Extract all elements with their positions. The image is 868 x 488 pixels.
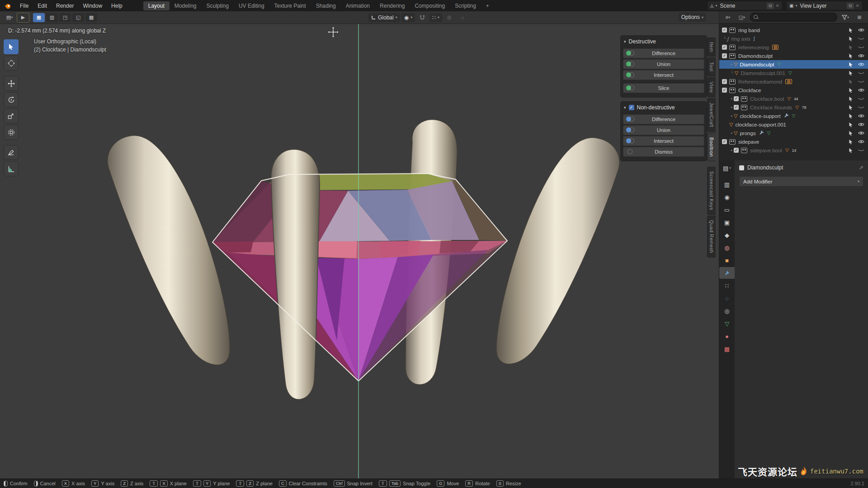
bool-slice-button[interactable]: Slice — [623, 83, 704, 93]
sidebar-tab-jewelcraft[interactable]: JewelCraft — [707, 98, 716, 132]
sidebar-tab-view[interactable]: View — [707, 77, 716, 98]
collection-checkbox[interactable]: ✓ — [722, 79, 727, 84]
properties-tab-object-data[interactable]: ▽ — [719, 318, 735, 329]
visibility-eye-open-icon[interactable] — [858, 62, 864, 66]
tool-measure-button[interactable] — [4, 161, 19, 176]
outliner-row-clockface[interactable]: ✓Clockface — [719, 86, 868, 94]
selectability-pointer-icon[interactable] — [848, 105, 854, 110]
selectability-pointer-icon[interactable] — [848, 70, 854, 76]
collapse-triangle-icon[interactable]: ▾ — [624, 105, 626, 110]
properties-tab-output[interactable]: ▭ — [719, 204, 735, 216]
prong-left-center[interactable] — [271, 150, 320, 399]
properties-tab-object[interactable]: ■ — [719, 254, 735, 266]
tool-scale-button[interactable] — [4, 108, 19, 123]
outliner-row-prongs[interactable]: •▽prongs▽ — [719, 129, 868, 137]
3d-viewport[interactable]: D: -2.574 mm (2.574 mm) along global Z U… — [0, 24, 719, 479]
tool-cursor-button[interactable] — [4, 56, 19, 70]
menu-window[interactable]: Window — [78, 1, 107, 10]
visibility-eye-open-icon[interactable] — [858, 28, 864, 32]
editor-type-button[interactable]: ▤▾ — [4, 13, 15, 22]
pin-id-icon[interactable]: ⇗ — [859, 164, 863, 171]
outliner-search-input[interactable] — [750, 13, 837, 22]
add-workspace-button[interactable]: + — [481, 1, 494, 10]
falloff-curve-icon[interactable]: ∩ — [457, 13, 468, 22]
menu-help[interactable]: Help — [107, 1, 127, 10]
tab-animation[interactable]: Animation — [341, 1, 375, 10]
tool-select-box-button[interactable] — [4, 39, 19, 54]
new-scene-button[interactable]: ⧉ — [767, 3, 774, 9]
outliner-row-ring-axis[interactable]: └ʃring axisʃ — [719, 34, 868, 43]
visibility-eye-closed-icon[interactable] — [858, 148, 864, 152]
collection-checkbox[interactable]: ✓ — [734, 96, 739, 101]
collection-checkbox[interactable]: ✓ — [722, 45, 727, 50]
properties-tab-material[interactable]: ● — [719, 330, 735, 342]
bool-union-button[interactable]: Union — [623, 125, 704, 135]
visibility-eye-closed-icon[interactable] — [858, 97, 864, 101]
add-modifier-dropdown[interactable]: Add Modifier ▾ — [739, 176, 863, 187]
selectability-pointer-icon[interactable] — [848, 139, 854, 145]
tab-modeling[interactable]: Modeling — [170, 1, 202, 10]
pivot-point-dropdown[interactable]: ◉▾ — [401, 13, 415, 22]
outliner-row-clockface-bool[interactable]: •✓Clockface.bool▽44 — [719, 94, 868, 103]
tab-texture-paint[interactable]: Texture Paint — [269, 1, 311, 10]
visibility-eye-closed-icon[interactable] — [858, 45, 864, 49]
selectability-pointer-icon[interactable] — [848, 36, 854, 42]
sidebar-tab-item[interactable]: Item — [707, 38, 716, 56]
selectability-pointer-icon[interactable] — [848, 131, 854, 136]
tab-rendering[interactable]: Rendering — [375, 1, 410, 10]
tool-transform-button[interactable] — [4, 125, 19, 140]
mode-toggle-5-icon[interactable]: ▩ — [85, 13, 97, 22]
view-layer-selector[interactable]: ▣▾ View Layer ⧉ ✕ — [786, 1, 863, 10]
properties-tab-constraints[interactable]: ◎ — [719, 305, 735, 317]
collection-checkbox[interactable]: ✓ — [734, 105, 739, 110]
collection-checkbox[interactable]: ✓ — [722, 53, 727, 58]
tool-annotate-button[interactable] — [4, 145, 19, 160]
properties-editor-type-button[interactable]: ▤▾ — [719, 162, 735, 174]
bool-intersect-button[interactable]: Intersect — [623, 70, 704, 80]
selectability-pointer-icon[interactable] — [848, 122, 854, 127]
outliner-filter-id-button[interactable]: ◲▾ — [736, 13, 748, 22]
visibility-eye-open-icon[interactable] — [858, 114, 864, 118]
menu-file[interactable]: File — [15, 1, 33, 10]
new-collection-button[interactable]: ⊞ — [854, 13, 865, 22]
outliner-row-referencediamond[interactable]: ✓Referencediamond▨ — [719, 77, 868, 86]
visibility-eye-closed-icon[interactable] — [858, 105, 864, 109]
transform-orientation-dropdown[interactable]: Global ▾ — [368, 13, 400, 22]
selectability-pointer-icon[interactable] — [848, 79, 854, 84]
selectability-pointer-icon[interactable] — [848, 28, 854, 33]
sidebar-tab-booltron[interactable]: Booltron — [707, 133, 716, 161]
outliner-row-diamondsculpt-001[interactable]: └▽Diamondsculpt.001▽ — [719, 69, 868, 77]
visibility-eye-closed-icon[interactable] — [858, 37, 864, 41]
properties-tab-scene[interactable]: ◆ — [719, 229, 735, 241]
prong-right-outer[interactable] — [496, 137, 619, 364]
mode-toggle-2-icon[interactable]: ▥ — [46, 13, 58, 22]
properties-tab-texture[interactable]: ▩ — [719, 343, 735, 355]
properties-tab-view-layer[interactable]: ▣ — [719, 216, 735, 228]
properties-tab-physics[interactable]: ◌ — [719, 292, 735, 304]
outliner-row-clockface-support-001[interactable]: ▽clockface-support.001 — [719, 120, 868, 129]
outliner-row-referencering[interactable]: ✓referencering▨ — [719, 43, 868, 52]
selectability-pointer-icon[interactable] — [848, 148, 854, 153]
bool-intersect-button[interactable]: Intersect — [623, 136, 704, 146]
outliner-filter-button[interactable]: ▾ — [840, 13, 851, 22]
sidebar-tab-quad-remesh[interactable]: Quad Remesh — [707, 216, 716, 258]
outliner-row-sidepave[interactable]: ✓sidepave — [719, 137, 868, 146]
mode-toggle-1-icon[interactable]: ▦ — [33, 13, 45, 22]
properties-tab-render[interactable]: ◉ — [719, 191, 735, 203]
visibility-eye-closed-icon[interactable] — [858, 80, 864, 84]
collapse-triangle-icon[interactable]: ▾ — [624, 39, 626, 44]
sidebar-tab-tool[interactable]: Tool — [707, 57, 716, 76]
menu-render[interactable]: Render — [52, 1, 78, 10]
collection-checkbox[interactable]: ✓ — [734, 148, 739, 153]
snap-to-dropdown[interactable]: ∷▾ — [429, 13, 442, 22]
tab-shading[interactable]: Shading — [311, 1, 341, 10]
outliner-row-ring-band[interactable]: ✓ring band — [719, 26, 868, 34]
selectability-pointer-icon[interactable] — [848, 113, 854, 119]
remove-view-layer-button[interactable]: ✕ — [854, 3, 861, 8]
visibility-eye-open-icon[interactable] — [858, 54, 864, 58]
outliner-row-clockface-support[interactable]: •▽clockface-support▽ — [719, 112, 868, 120]
bool-dismiss-button[interactable]: Dismiss — [623, 147, 704, 157]
properties-tab-particles[interactable]: ∷ — [719, 280, 735, 291]
visibility-eye-closed-icon[interactable] — [858, 71, 864, 75]
properties-tab-modifiers[interactable] — [719, 267, 735, 279]
